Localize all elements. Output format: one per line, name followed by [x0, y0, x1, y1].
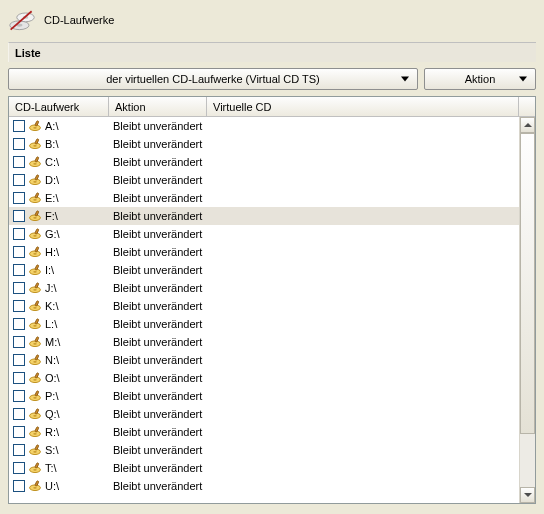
row-checkbox[interactable]	[13, 228, 25, 240]
svg-point-9	[33, 145, 37, 147]
table-row[interactable]: Q:\ Bleibt unverändert	[9, 405, 519, 423]
drive-label: J:\	[45, 282, 57, 294]
table-row[interactable]: N:\ Bleibt unverändert	[9, 351, 519, 369]
cd-drive-icon	[28, 209, 42, 223]
row-checkbox[interactable]	[13, 336, 25, 348]
page-title: CD-Laufwerke	[44, 14, 114, 26]
table-row[interactable]: M:\ Bleibt unverändert	[9, 333, 519, 351]
table-row[interactable]: A:\ Bleibt unverändert	[9, 117, 519, 135]
table-row[interactable]: L:\ Bleibt unverändert	[9, 315, 519, 333]
cd-drive-icon	[28, 137, 42, 151]
action-label: Bleibt unverändert	[113, 354, 202, 366]
column-header-drive[interactable]: CD-Laufwerk	[9, 97, 109, 116]
row-checkbox[interactable]	[13, 462, 25, 474]
table-row[interactable]: F:\ Bleibt unverändert	[9, 207, 519, 225]
column-header-virtual[interactable]: Virtuelle CD	[207, 97, 519, 116]
scroll-thumb[interactable]	[520, 133, 535, 434]
row-checkbox[interactable]	[13, 138, 25, 150]
table-row[interactable]: D:\ Bleibt unverändert	[9, 171, 519, 189]
action-label: Bleibt unverändert	[113, 444, 202, 456]
row-checkbox[interactable]	[13, 174, 25, 186]
cd-drive-icon	[28, 245, 42, 259]
table-row[interactable]: P:\ Bleibt unverändert	[9, 387, 519, 405]
action-dropdown[interactable]: Aktion	[424, 68, 536, 90]
action-label: Bleibt unverändert	[113, 390, 202, 402]
table-row[interactable]: U:\ Bleibt unverändert	[9, 477, 519, 495]
row-checkbox[interactable]	[13, 426, 25, 438]
drive-label: P:\	[45, 390, 58, 402]
cd-drives-icon	[8, 6, 36, 34]
scroll-up-button[interactable]	[520, 117, 535, 133]
action-label: Bleibt unverändert	[113, 138, 202, 150]
table-row[interactable]: S:\ Bleibt unverändert	[9, 441, 519, 459]
vertical-scrollbar[interactable]	[519, 117, 535, 503]
row-checkbox[interactable]	[13, 318, 25, 330]
action-label: Bleibt unverändert	[113, 318, 202, 330]
row-checkbox[interactable]	[13, 480, 25, 492]
table-row[interactable]: H:\ Bleibt unverändert	[9, 243, 519, 261]
row-checkbox[interactable]	[13, 192, 25, 204]
row-checkbox[interactable]	[13, 372, 25, 384]
svg-point-27	[33, 253, 37, 255]
row-checkbox[interactable]	[13, 156, 25, 168]
row-checkbox[interactable]	[13, 444, 25, 456]
svg-point-42	[33, 343, 37, 345]
table-row[interactable]: J:\ Bleibt unverändert	[9, 279, 519, 297]
action-label: Bleibt unverändert	[113, 210, 202, 222]
table-row[interactable]: C:\ Bleibt unverändert	[9, 153, 519, 171]
cd-drive-icon	[28, 335, 42, 349]
row-checkbox[interactable]	[13, 354, 25, 366]
svg-point-6	[33, 127, 37, 129]
action-label: Bleibt unverändert	[113, 228, 202, 240]
row-checkbox[interactable]	[13, 210, 25, 222]
row-checkbox[interactable]	[13, 246, 25, 258]
drive-label: R:\	[45, 426, 59, 438]
table-row[interactable]: G:\ Bleibt unverändert	[9, 225, 519, 243]
cd-drive-icon	[28, 119, 42, 133]
cd-drive-icon	[28, 407, 42, 421]
action-label: Bleibt unverändert	[113, 192, 202, 204]
cd-drive-icon	[28, 227, 42, 241]
svg-point-24	[33, 235, 37, 237]
row-checkbox[interactable]	[13, 408, 25, 420]
drive-label: A:\	[45, 120, 58, 132]
cd-drive-icon	[28, 263, 42, 277]
table-row[interactable]: E:\ Bleibt unverändert	[9, 189, 519, 207]
page-header: CD-Laufwerke	[0, 0, 544, 42]
drive-label: I:\	[45, 264, 54, 276]
table-row[interactable]: B:\ Bleibt unverändert	[9, 135, 519, 153]
drive-label: L:\	[45, 318, 57, 330]
table-row[interactable]: O:\ Bleibt unverändert	[9, 369, 519, 387]
chevron-down-icon	[401, 77, 409, 82]
action-label: Bleibt unverändert	[113, 246, 202, 258]
drive-label: O:\	[45, 372, 60, 384]
column-header-action[interactable]: Aktion	[109, 97, 207, 116]
table-row[interactable]: R:\ Bleibt unverändert	[9, 423, 519, 441]
table-header: CD-Laufwerk Aktion Virtuelle CD	[9, 97, 535, 117]
scroll-down-button[interactable]	[520, 487, 535, 503]
action-label: Bleibt unverändert	[113, 426, 202, 438]
drive-label: U:\	[45, 480, 59, 492]
table-row[interactable]: K:\ Bleibt unverändert	[9, 297, 519, 315]
triangle-up-icon	[524, 123, 532, 127]
cd-drive-icon	[28, 389, 42, 403]
row-checkbox[interactable]	[13, 300, 25, 312]
filter-dropdown-label: der virtuellen CD-Laufwerke (Virtual CD …	[106, 73, 320, 85]
row-checkbox[interactable]	[13, 282, 25, 294]
filter-dropdown[interactable]: der virtuellen CD-Laufwerke (Virtual CD …	[8, 68, 418, 90]
action-label: Bleibt unverändert	[113, 264, 202, 276]
table-row[interactable]: I:\ Bleibt unverändert	[9, 261, 519, 279]
row-checkbox[interactable]	[13, 120, 25, 132]
table-row[interactable]: T:\ Bleibt unverändert	[9, 459, 519, 477]
row-checkbox[interactable]	[13, 390, 25, 402]
action-label: Bleibt unverändert	[113, 462, 202, 474]
row-checkbox[interactable]	[13, 264, 25, 276]
drive-label: M:\	[45, 336, 60, 348]
svg-point-30	[33, 271, 37, 273]
cd-drive-icon	[28, 281, 42, 295]
drive-label: E:\	[45, 192, 58, 204]
cd-drive-icon	[28, 443, 42, 457]
drive-label: H:\	[45, 246, 59, 258]
action-label: Bleibt unverändert	[113, 156, 202, 168]
scroll-track[interactable]	[520, 133, 535, 487]
